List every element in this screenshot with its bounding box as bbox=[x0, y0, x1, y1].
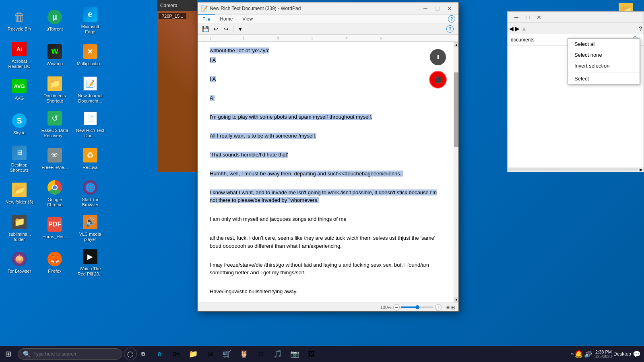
explorer-minimize[interactable]: ─ bbox=[511, 12, 522, 23]
icon-vlc[interactable]: 🔊 VLC media player bbox=[74, 211, 106, 245]
taskbar-search-bar[interactable]: 🔍 bbox=[18, 348, 122, 360]
close-button[interactable]: ✕ bbox=[444, 3, 455, 14]
icon-multiply[interactable]: × Multiplicatio... bbox=[74, 38, 106, 72]
ribbon-icon-2[interactable]: ↩ bbox=[211, 25, 220, 33]
icon-documents-shortcut[interactable]: 📁 Documents Shortcut bbox=[39, 72, 71, 107]
vertical-scrollbar[interactable]: ▲ ▼ bbox=[454, 42, 458, 302]
taskbar-camera[interactable]: 📷 bbox=[287, 346, 303, 362]
icon-desktop-shortcuts[interactable]: 🖥 Desktop Shortcuts bbox=[3, 142, 35, 176]
icon-horus[interactable]: PDF Horus_Her... bbox=[39, 211, 71, 245]
document-line: I'm going to play with some pbots and sp… bbox=[210, 113, 442, 121]
icon-skype[interactable]: S Skype bbox=[3, 107, 35, 142]
document-line: 'That sounds horrible/I'd hate that' bbox=[210, 151, 442, 159]
watch-redpill-icon: ▶ bbox=[82, 249, 98, 265]
scroll-thumb-area[interactable] bbox=[454, 47, 458, 297]
taskbar-edge[interactable]: e bbox=[151, 346, 167, 362]
nav-up[interactable]: ▲ bbox=[521, 25, 527, 32]
help-icon[interactable]: ? bbox=[448, 15, 455, 23]
taskbar-chevron[interactable]: » bbox=[571, 351, 574, 357]
context-select[interactable]: Select bbox=[568, 73, 640, 84]
document-line: without the 'lot' of 'ye'./'ya' bbox=[210, 47, 442, 55]
task-view-button[interactable]: ⧉ bbox=[137, 348, 150, 360]
multiply-label: Multiplicatio... bbox=[77, 61, 104, 66]
icon-start-tor[interactable]: 🌐 Start Tor Browser bbox=[74, 176, 106, 211]
taskbar-app7[interactable]: ⊙ bbox=[253, 346, 269, 362]
taskbar-photos[interactable]: 🖼 bbox=[303, 346, 320, 362]
nav-forward[interactable]: ▶ bbox=[515, 25, 520, 32]
minimize-button[interactable]: ─ bbox=[420, 3, 431, 14]
new-folder-3-icon: 📂 bbox=[11, 182, 27, 198]
taskbar-mail[interactable]: ✉ bbox=[202, 346, 218, 362]
edge-label: Microsoft Edge bbox=[76, 24, 105, 35]
icon-watch-redpill[interactable]: ▶ Watch The Red Pill 20... bbox=[74, 245, 106, 280]
explorer-maximize[interactable]: □ bbox=[522, 12, 533, 23]
icon-journal-doc[interactable]: 📝 New Journal Document... bbox=[74, 72, 106, 107]
ribbon-help-icon[interactable]: ? bbox=[446, 25, 454, 33]
taskbar-explorer[interactable]: 📁 bbox=[185, 346, 201, 362]
zoom-slider[interactable] bbox=[401, 306, 433, 308]
icon-recuva[interactable]: ♻ Recuva bbox=[74, 142, 106, 176]
taskbar-store[interactable]: 🛍 bbox=[168, 346, 184, 362]
tab-home[interactable]: Home bbox=[215, 14, 237, 23]
volume-icon[interactable]: 🔊 bbox=[584, 350, 592, 358]
chrome-icon bbox=[47, 179, 63, 195]
context-select-none[interactable]: Select none bbox=[568, 49, 640, 60]
icon-google-chrome[interactable]: Google Chrome bbox=[39, 176, 71, 211]
document-content[interactable]: without the 'lot' of 'ye'./'ya'I A I A A… bbox=[198, 42, 454, 302]
wordpad-titlebar: 📝 New Rich Text Document (339) - WordPad… bbox=[198, 2, 458, 14]
ribbon-icon-3[interactable]: ↪ bbox=[222, 25, 231, 33]
icon-winamp[interactable]: W Winamp bbox=[39, 38, 71, 72]
icon-rich-text[interactable]: 📄 New Rich Text Doc... bbox=[74, 107, 106, 142]
ribbon-icon-4[interactable]: ▼ bbox=[236, 25, 245, 33]
context-menu: Select all Select none Invert selection … bbox=[568, 38, 640, 84]
taskbar-amazon[interactable]: 🛒 bbox=[219, 346, 235, 362]
tab-view[interactable]: View bbox=[237, 14, 258, 23]
zoom-track bbox=[401, 306, 417, 308]
context-select-all[interactable]: Select all bbox=[568, 39, 640, 49]
maximize-button[interactable]: □ bbox=[432, 3, 443, 14]
cortana-button[interactable]: ◯ bbox=[124, 348, 137, 360]
icon-freefileview[interactable]: 👁 FreeFileVie... bbox=[39, 142, 71, 176]
icon-recycle-bin[interactable]: 🗑 Recycle Bin bbox=[3, 3, 35, 38]
icon-tor-browser[interactable]: 🧅 Tor Browser bbox=[3, 245, 35, 280]
icon-avg[interactable]: AVG AVG bbox=[3, 72, 35, 107]
icon-edge[interactable]: e Microsoft Edge bbox=[74, 3, 106, 38]
tab-file[interactable]: File bbox=[198, 14, 215, 23]
explorer-close[interactable]: ✕ bbox=[533, 12, 545, 23]
icon-utorrent[interactable]: µ µTorrent bbox=[39, 3, 71, 38]
explorer-help[interactable]: ? bbox=[639, 25, 642, 32]
scroll-thumb[interactable] bbox=[454, 72, 458, 147]
wordpad-window: 📝 New Rich Text Document (339) - WordPad… bbox=[197, 2, 459, 312]
explorer-hscrollbar[interactable]: ▶ bbox=[508, 167, 644, 172]
view-list-icon[interactable]: ≡ bbox=[446, 304, 450, 311]
tor-browser-icon: 🧅 bbox=[11, 251, 27, 267]
icon-acrobat[interactable]: Ai Acrobat Reader DC bbox=[3, 38, 35, 72]
scroll-up-button[interactable]: ▲ bbox=[454, 42, 458, 47]
zoom-in-button[interactable]: + bbox=[435, 304, 442, 311]
nav-back[interactable]: ◀ bbox=[509, 25, 514, 32]
notification-icon[interactable]: 🔔 bbox=[575, 350, 582, 358]
icon-new-folder-3[interactable]: 📂 New folder (3) bbox=[3, 176, 35, 211]
context-invert-selection[interactable]: Invert selection bbox=[568, 60, 640, 71]
icon-easeus[interactable]: ↺ EaseUS Data Recovery... bbox=[39, 107, 71, 142]
start-button[interactable]: ⊞ bbox=[0, 346, 16, 362]
ribbon-divider bbox=[233, 25, 233, 33]
utorrent-icon: µ bbox=[47, 9, 63, 25]
taskbar-media[interactable]: 🎵 bbox=[270, 346, 286, 362]
desktop-label[interactable]: Desktop bbox=[613, 351, 631, 357]
pause-button[interactable]: ⏸ bbox=[429, 48, 447, 66]
scroll-down-button[interactable]: ▼ bbox=[454, 297, 458, 302]
action-center[interactable]: 💬 bbox=[633, 350, 641, 358]
ribbon-icon-1[interactable]: 💾 bbox=[201, 25, 210, 33]
taskbar-tripadvisor[interactable]: 🦉 bbox=[236, 346, 252, 362]
hscroll-arrow[interactable]: ▶ bbox=[639, 167, 644, 172]
view-grid-icon[interactable]: ⊞ bbox=[450, 304, 455, 311]
icon-firefox[interactable]: 🦊 Firefox bbox=[39, 245, 71, 280]
stop-button[interactable]: ⬛ bbox=[429, 71, 447, 88]
zoom-thumb[interactable] bbox=[415, 305, 419, 309]
zoom-out-button[interactable]: – bbox=[393, 304, 400, 311]
clock[interactable]: 2:38 PM 1/25/2020 bbox=[594, 350, 612, 359]
icon-subliminal[interactable]: 📁 'sublimina... folder bbox=[3, 211, 35, 245]
taskbar-search-input[interactable] bbox=[33, 351, 114, 357]
acrobat-icon: Ai bbox=[11, 41, 27, 57]
